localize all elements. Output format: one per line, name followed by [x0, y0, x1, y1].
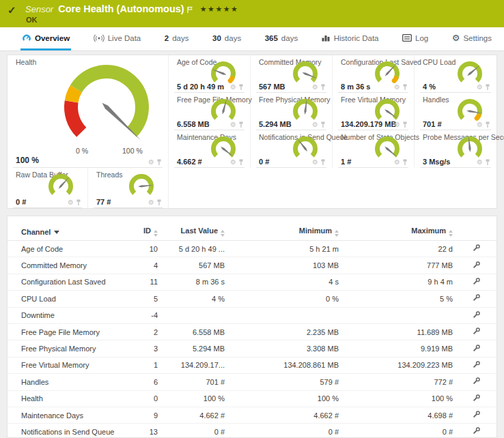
column-label: ID: [143, 227, 151, 235]
edit-channel-icon[interactable]: [473, 361, 480, 368]
tab-2-days[interactable]: 2days: [163, 27, 191, 50]
gear-icon[interactable]: ⚙: [230, 121, 236, 128]
table-row-cpu-load[interactable]: CPU Load54 %0 %5 %: [8, 291, 496, 307]
gauge-cell-committed-memory[interactable]: Committed Memory567 MB⚙: [251, 55, 333, 93]
gauge-cell-free-physical-memory[interactable]: Free Physical Memory5.294 MB⚙: [251, 93, 333, 130]
gear-icon[interactable]: ⚙: [148, 199, 154, 206]
cell-edit: [453, 327, 496, 336]
gear-icon[interactable]: ⚙: [312, 84, 318, 91]
cell-channel: CPU Load: [8, 295, 129, 303]
pin-icon[interactable]: [156, 159, 162, 166]
gear-icon[interactable]: ⚙: [230, 84, 236, 91]
gauge-cell-raw-data-buffer[interactable]: Raw Data Buffer0 #⚙: [8, 168, 88, 208]
tab-settings[interactable]: ⚙Settings: [451, 27, 493, 50]
flag-icon[interactable]: [186, 3, 193, 16]
gauge-mini-actions: ⚙: [312, 84, 326, 91]
tab-overview[interactable]: Overview: [20, 27, 71, 50]
priority-stars[interactable]: ★★★★★: [200, 3, 239, 14]
table-row-health[interactable]: Health0100 %100 %100 %: [8, 391, 496, 407]
edit-channel-icon[interactable]: [473, 377, 480, 385]
tab-365-days[interactable]: 365days: [264, 27, 299, 50]
pin-icon[interactable]: [485, 121, 490, 128]
edit-channel-icon[interactable]: [473, 345, 480, 352]
tab-log[interactable]: Log: [401, 27, 430, 50]
tab-label: days: [225, 34, 241, 42]
gauge-cell-free-page-file-memory[interactable]: Free Page File Memory6.558 MB⚙: [169, 93, 251, 130]
channel-gauge: [290, 59, 321, 87]
gear-icon[interactable]: ⚙: [477, 159, 483, 166]
gear-icon[interactable]: ⚙: [477, 84, 483, 91]
pin-icon[interactable]: [402, 159, 408, 166]
gear-icon[interactable]: ⚙: [230, 159, 236, 166]
pin-icon[interactable]: [402, 121, 408, 128]
gauge-cell-probe-messages-per-second[interactable]: Probe Messages per Second3 Msg/s⚙: [415, 130, 496, 168]
status-ok-check-icon: ✓: [8, 4, 16, 16]
cell-channel: Downtime: [8, 311, 129, 319]
tab-historic-data[interactable]: Historic Data: [320, 27, 380, 50]
column-header-minimum[interactable]: Minimum: [225, 227, 339, 237]
edit-channel-icon[interactable]: [473, 244, 480, 252]
table-row-free-physical-memory[interactable]: Free Physical Memory35.294 MB3.308 MB9.9…: [8, 340, 496, 357]
edit-channel-icon[interactable]: [473, 294, 480, 302]
column-header-last-value[interactable]: Last Value: [158, 227, 225, 237]
tab-30-days[interactable]: 30days: [211, 27, 242, 50]
column-header-id[interactable]: ID: [129, 227, 158, 237]
gauge-value: 5.294 MB: [259, 120, 292, 128]
table-row-free-page-file-memory[interactable]: Free Page File Memory26.558 MB2.235 MB11…: [8, 324, 496, 340]
gauge-cell-configuration-last-saved[interactable]: Configuration Last Saved8 m 36 s⚙: [333, 55, 415, 93]
cell-maximum: 22 d: [339, 245, 453, 253]
tab-live-data[interactable]: Live Data: [92, 27, 143, 50]
cell-minimum: 103 MB: [225, 261, 339, 269]
edit-channel-icon[interactable]: [473, 278, 480, 285]
gear-icon[interactable]: ⚙: [148, 159, 154, 166]
pin-icon[interactable]: [402, 84, 408, 91]
gear-icon[interactable]: ⚙: [394, 121, 400, 128]
gear-icon[interactable]: ⚙: [68, 199, 74, 206]
tab-label: Live Data: [108, 34, 141, 42]
edit-channel-icon[interactable]: [473, 411, 480, 418]
column-header-channel[interactable]: Channel: [8, 228, 129, 236]
table-row-maintenance-days[interactable]: Maintenance Days94.662 #4.662 #4.698 #: [8, 407, 496, 424]
pin-icon[interactable]: [156, 199, 162, 206]
edit-channel-icon[interactable]: [473, 311, 480, 319]
gauge-cell-threads[interactable]: Threads77 #⚙: [88, 168, 169, 208]
channel-gauge: [290, 97, 321, 124]
table-row-downtime[interactable]: Downtime-4: [8, 308, 496, 324]
edit-channel-icon[interactable]: [473, 427, 480, 435]
pin-icon[interactable]: [320, 159, 326, 166]
table-row-notifications-in-send-queue[interactable]: Notifications in Send Queue130 #0 #0 #: [8, 424, 496, 438]
gear-icon[interactable]: ⚙: [394, 159, 400, 166]
pin-icon[interactable]: [76, 199, 81, 206]
pin-icon[interactable]: [238, 84, 244, 91]
edit-channel-icon[interactable]: [473, 327, 480, 335]
gauge-value: 1 #: [341, 158, 351, 166]
gauge-cell-notifications-in-send-queue[interactable]: Notifications in Send Queue0 #⚙: [251, 130, 333, 168]
table-row-handles[interactable]: Handles6701 #579 #772 #: [8, 374, 496, 390]
gear-icon[interactable]: ⚙: [312, 159, 318, 166]
gauge-cell-cpu-load[interactable]: CPU Load4 %⚙: [415, 55, 496, 93]
column-header-maximum[interactable]: Maximum: [339, 227, 453, 237]
table-row-age-of-code[interactable]: Age of Code105 d 20 h 49 ...5 h 21 m22 d: [8, 241, 496, 257]
edit-channel-icon[interactable]: [473, 261, 480, 269]
pin-icon[interactable]: [320, 84, 326, 91]
gauge-cell-age-of-code[interactable]: Age of Code5 d 20 h 49 m⚙: [169, 55, 251, 93]
table-row-free-virtual-memory[interactable]: Free Virtual Memory1134.209.17...134.208…: [8, 357, 496, 374]
gauge-cell-maintenance-days[interactable]: Maintenance Days4.662 #⚙: [169, 130, 251, 168]
gear-icon[interactable]: ⚙: [394, 84, 400, 91]
gear-icon[interactable]: ⚙: [477, 121, 483, 128]
gauge-cell-number-of-state-objects[interactable]: Number of State Objects1 #⚙: [333, 130, 415, 168]
pin-icon[interactable]: [320, 121, 326, 128]
pin-icon[interactable]: [485, 159, 490, 166]
table-row-committed-memory[interactable]: Committed Memory4567 MB103 MB777 MB: [8, 257, 496, 274]
edit-channel-icon[interactable]: [473, 394, 480, 402]
table-row-configuration-last-saved[interactable]: Configuration Last Saved118 m 36 s4 s9 h…: [8, 274, 496, 291]
gauge-cell-free-virtual-memory[interactable]: Free Virtual Memory134.209.179 MB⚙: [333, 93, 415, 130]
pin-icon[interactable]: [238, 121, 244, 128]
gauge-cell-handles[interactable]: Handles701 #⚙: [415, 93, 496, 130]
cell-edit: [453, 427, 496, 436]
gear-icon[interactable]: ⚙: [312, 121, 318, 128]
pin-icon[interactable]: [238, 159, 244, 166]
pin-icon[interactable]: [485, 84, 490, 91]
sensor-header: ✓ Sensor Core Health (Autonomous) ★★★★★ …: [0, 0, 504, 27]
gauge-cell-health[interactable]: Health0 %100 %100 %⚙: [8, 55, 169, 168]
